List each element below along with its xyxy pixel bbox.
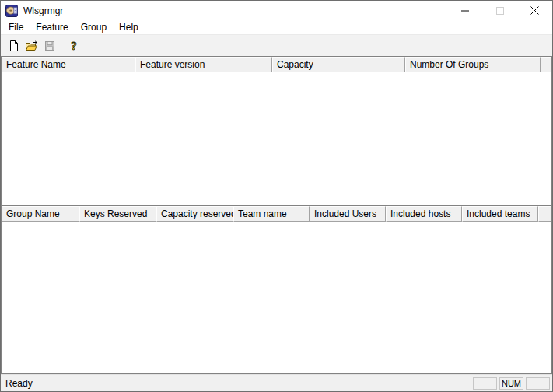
help-question-icon: ?: [68, 40, 80, 52]
caption-buttons: [447, 1, 552, 20]
column-header-group-name[interactable]: Group Name: [2, 206, 79, 222]
column-header-keys-reserved[interactable]: Keys Reserved: [79, 206, 156, 222]
status-bar: Ready NUM: [1, 374, 552, 391]
menu-group[interactable]: Group: [75, 21, 113, 34]
minimize-button[interactable]: [447, 1, 482, 20]
title-bar[interactable]: Wlsgrmgr: [1, 1, 552, 20]
caps-lock-indicator: [473, 377, 497, 390]
status-message: Ready: [4, 378, 471, 389]
feature-list: Feature Name Feature version Capacity Nu…: [1, 56, 552, 205]
save-floppy-icon: [44, 40, 56, 52]
column-header-number-of-groups[interactable]: Number Of Groups: [405, 57, 541, 72]
group-list: Group Name Keys Reserved Capacity reserv…: [1, 205, 552, 374]
new-button[interactable]: [5, 37, 23, 54]
toolbar: ?: [1, 34, 552, 56]
group-list-body[interactable]: [2, 222, 551, 373]
maximize-icon: [496, 7, 504, 15]
feature-list-body[interactable]: [2, 72, 551, 205]
window-title: Wlsgrmgr: [23, 5, 63, 16]
svg-text:?: ?: [71, 40, 77, 52]
column-header-team-name[interactable]: Team name: [233, 206, 310, 222]
minimize-icon: [461, 7, 469, 15]
open-folder-icon: [25, 40, 38, 52]
save-button-disabled[interactable]: [40, 37, 58, 54]
close-icon: [530, 6, 539, 15]
toolbar-separator: [61, 40, 61, 52]
column-header-feature-version[interactable]: Feature version: [135, 57, 272, 72]
column-header-feature-name[interactable]: Feature Name: [2, 57, 135, 72]
app-icon[interactable]: [5, 5, 18, 17]
open-button[interactable]: [23, 37, 40, 54]
feature-list-header: Feature Name Feature version Capacity Nu…: [2, 57, 551, 72]
column-header-included-hosts[interactable]: Included hosts: [386, 206, 462, 222]
column-header-capacity-reserved[interactable]: Capacity reserved: [156, 206, 233, 222]
scroll-lock-indicator: [526, 377, 550, 390]
menu-bar: File Feature Group Help: [1, 20, 552, 34]
column-header-filler: [541, 57, 551, 72]
column-header-filler: [538, 206, 551, 222]
maximize-button-disabled[interactable]: [482, 1, 517, 20]
menu-file[interactable]: File: [2, 21, 30, 34]
group-list-header: Group Name Keys Reserved Capacity reserv…: [2, 206, 551, 222]
new-document-icon: [8, 40, 20, 52]
column-header-included-users[interactable]: Included Users: [310, 206, 386, 222]
column-header-capacity[interactable]: Capacity: [272, 57, 405, 72]
application-window: Wlsgrmgr File Feature Group: [0, 0, 553, 392]
close-button[interactable]: [517, 1, 552, 20]
menu-feature[interactable]: Feature: [30, 21, 74, 34]
column-header-included-teams[interactable]: Included teams: [462, 206, 538, 222]
menu-help[interactable]: Help: [113, 21, 145, 34]
help-button[interactable]: ?: [65, 37, 82, 54]
num-lock-indicator: NUM: [499, 377, 523, 390]
